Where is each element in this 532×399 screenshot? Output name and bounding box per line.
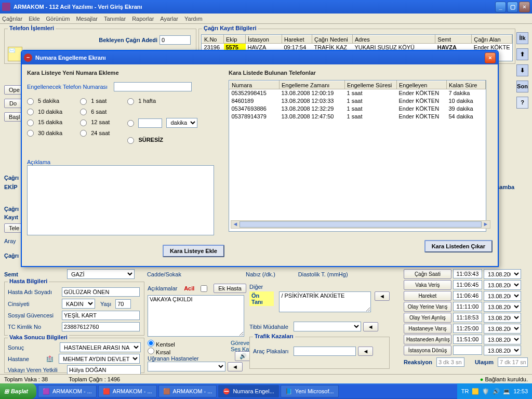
help-button[interactable]: ?	[516, 97, 528, 109]
blacklist-row[interactable]: 0535299841513.08.2008 12:00:191 saatEnde…	[230, 89, 486, 97]
up-button[interactable]: ⬆	[516, 48, 528, 60]
ugranan-select[interactable]	[148, 362, 225, 371]
task-1[interactable]: 🟪ARMAKOM - ...	[38, 385, 97, 397]
time-date[interactable]: 13.08.2008	[484, 313, 521, 323]
hdr-semt[interactable]: Semt	[435, 35, 472, 44]
semt-select[interactable]: GAZİ	[67, 269, 135, 279]
hdr-neden[interactable]: Çağrı Nedeni	[312, 35, 353, 44]
tc-input[interactable]	[62, 322, 140, 331]
time-value[interactable]	[453, 269, 482, 278]
lh-engelleyen[interactable]: Engelleyen	[397, 81, 447, 89]
task-2[interactable]: 🟥ARMAKOM - ...	[98, 385, 157, 397]
start-button[interactable]: ⊞Başlat	[0, 383, 36, 399]
task-3[interactable]: 🟫ARMAKOM - ...	[158, 385, 217, 397]
hdr-alan[interactable]: Çağrı Alan	[472, 35, 512, 44]
sonuc-select[interactable]: HASTANELER ARASI NA	[60, 342, 141, 352]
duration-radio[interactable]: 10 dakika	[27, 109, 62, 116]
aciklama-textarea[interactable]: VAKAYA ÇIKILDI	[148, 295, 244, 337]
time-date[interactable]: 13.08.2008	[484, 335, 521, 344]
duration-radio[interactable]: 6 saat	[80, 109, 110, 116]
scroll-left[interactable]: ◄	[231, 221, 240, 228]
ontani-add[interactable]: ◄	[375, 291, 390, 301]
lh-numara[interactable]: Numara	[230, 81, 280, 89]
tibbi-select[interactable]	[294, 322, 361, 331]
custom-duration-input[interactable]	[138, 118, 162, 128]
kirsal-radio[interactable]: Kırsal	[148, 349, 170, 355]
blacklist-row[interactable]: 0534769388613.08.2008 12:32:291 saatEnde…	[230, 105, 486, 113]
duration-radio[interactable]: 12 saat	[80, 119, 110, 126]
menu-mesajlar[interactable]: Mesajlar	[76, 16, 98, 22]
duration-radio[interactable]: dakika	[127, 118, 197, 128]
lh-kalan[interactable]: Kalan Süre	[447, 81, 486, 89]
close-button[interactable]: ×	[519, 2, 530, 12]
menu-ayarlar[interactable]: Ayarlar	[160, 16, 178, 22]
tele-button[interactable]: Tele	[4, 223, 22, 233]
tray-icon[interactable]: 🔊	[493, 388, 500, 395]
time-button[interactable]: Olay Yeri Ayrılış	[404, 313, 451, 323]
custom-duration-unit[interactable]: dakika	[166, 118, 197, 128]
hdr-hareket[interactable]: Hareket	[282, 35, 312, 44]
time-button[interactable]: Hareket	[404, 291, 451, 301]
yasi-input[interactable]	[115, 299, 131, 309]
time-date[interactable]: 13.08.2008	[484, 291, 521, 301]
scroll-right[interactable]: ►	[482, 221, 486, 228]
time-button[interactable]: Olay Yerine Varış	[404, 302, 451, 312]
basl-button[interactable]: Başl	[4, 112, 22, 122]
ope-button[interactable]: Ope	[4, 85, 22, 95]
time-value[interactable]	[453, 335, 482, 344]
menu-raporlar[interactable]: Raporlar	[132, 16, 154, 22]
hdr-adres[interactable]: Adres	[353, 35, 435, 44]
phone-icon[interactable]: ✉️	[8, 47, 22, 61]
time-button[interactable]: Vaka Veriş	[404, 280, 451, 290]
scroll-thumb[interactable]	[240, 221, 482, 228]
bekleyen-input[interactable]	[159, 35, 191, 45]
task-5[interactable]: 📘Yeni Microsof...	[281, 385, 339, 397]
ad-input[interactable]	[62, 287, 140, 297]
lh-sure[interactable]: Engelleme Süresi	[345, 81, 397, 89]
time-date[interactable]: 13.08.2008	[484, 324, 521, 334]
menu-gorunum[interactable]: Görünüm	[46, 16, 70, 22]
duration-radio[interactable]: SÜRESİZ	[127, 137, 197, 144]
duration-radio[interactable]: 1 hafta	[127, 98, 197, 105]
time-button[interactable]: Hastaneden Ayrılış	[404, 335, 451, 344]
menu-tanimlar[interactable]: Tanımlar	[104, 16, 126, 22]
time-date[interactable]: 13.08.2008	[484, 269, 521, 279]
kara-listeden-cikar-button[interactable]: Kara Listeden Çıkar	[424, 240, 493, 252]
yetkili-input[interactable]	[67, 365, 141, 375]
plaka-add[interactable]: ◄	[358, 347, 373, 356]
duration-radio[interactable]: 30 dakika	[27, 130, 62, 137]
blacklist-row[interactable]: 846018913.08.2008 12:03:331 saatEnder KÖ…	[230, 97, 486, 105]
tray-icon[interactable]: 💻	[503, 388, 510, 395]
tray-icon[interactable]: 🛡️	[482, 388, 489, 395]
time-value[interactable]	[453, 345, 482, 355]
time-date[interactable]: 13.08.2008	[484, 345, 521, 355]
menu-ekle[interactable]: Ekle	[29, 16, 39, 22]
time-value[interactable]	[453, 280, 482, 289]
ugranan-add[interactable]: ◄	[228, 362, 243, 371]
menu-yardim[interactable]: Yardım	[184, 16, 203, 22]
time-value[interactable]	[453, 291, 482, 300]
time-value[interactable]	[453, 324, 482, 333]
duration-radio[interactable]: 5 dakika	[27, 98, 62, 105]
blacklist-row[interactable]: 0537891437913.08.2008 12:47:501 saatEnde…	[230, 113, 486, 121]
minimize-button[interactable]: _	[495, 2, 506, 12]
modal-close-button[interactable]: ×	[485, 52, 496, 63]
lang-indicator[interactable]: TR	[461, 388, 469, 394]
plaka-input[interactable]	[294, 347, 356, 356]
son-button[interactable]: Son	[516, 81, 528, 92]
down-button[interactable]: ⬇	[516, 64, 528, 76]
time-value[interactable]	[453, 313, 482, 322]
phone-input[interactable]	[114, 82, 192, 91]
modal-aciklama-textarea[interactable]	[27, 165, 214, 235]
sosyal-input[interactable]	[62, 311, 140, 320]
time-date[interactable]: 13.08.2008	[484, 302, 521, 312]
maximize-button[interactable]: ▢	[507, 2, 518, 12]
duration-radio[interactable]: 24 saat	[80, 130, 110, 137]
duration-radio[interactable]: 1 saat	[80, 98, 110, 105]
menu-cagrilar[interactable]: Çağrılar	[2, 16, 22, 22]
hdr-ekip[interactable]: Ekip	[224, 35, 246, 44]
kentsel-radio[interactable]: Kentsel	[148, 341, 175, 348]
time-button[interactable]: Çağrı Saati	[404, 269, 451, 279]
time-date[interactable]: 13.08.2008	[484, 280, 521, 290]
hastane-select[interactable]: MEHMET AYDIN DEVLET	[59, 354, 140, 364]
